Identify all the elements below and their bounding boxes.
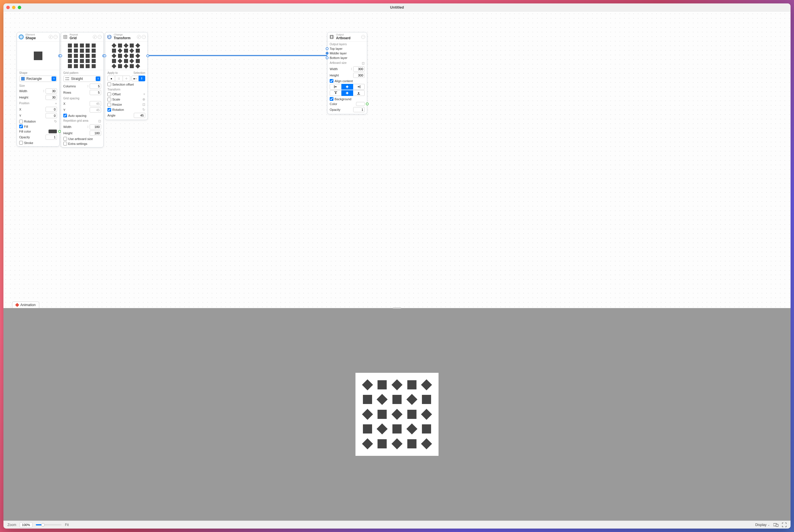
area-height-input[interactable] [90,131,101,136]
apply-icon[interactable]: ✓ [93,35,97,39]
x-input[interactable] [45,107,57,112]
auto-spacing-checkbox[interactable] [63,114,67,117]
align-right-button[interactable] [353,84,365,90]
transform-rotation-checkbox[interactable] [108,108,111,112]
height-label: Height [19,96,44,99]
align-bottom-button[interactable] [353,90,365,96]
zoom-input[interactable] [20,522,32,527]
offset-checkbox[interactable] [108,93,111,96]
target-icon[interactable]: ⊕ [143,97,145,101]
rows-input[interactable] [90,90,101,95]
link-icon[interactable]: ⁝ [87,125,89,129]
resize-checkbox[interactable] [108,103,111,107]
fill-label: Fill [24,125,57,128]
rotate-icon[interactable]: ↻ [143,108,145,112]
svg-rect-21 [334,85,335,88]
add-icon[interactable]: + [143,92,145,96]
more-icon[interactable]: ⋯ [98,35,102,39]
selection-mode-button[interactable]: ●○ [131,76,139,81]
link-transform-artboard [147,55,329,56]
middle-layer-port[interactable] [326,52,328,55]
bottom-layer-link[interactable]: Bottom layer [330,56,365,60]
expand-icon[interactable]: ⊡ [143,102,145,107]
link-icon[interactable]: ⁝ [43,89,44,93]
scale-label: Scale [112,98,141,101]
y-input[interactable] [45,113,57,118]
minimize-window-button[interactable] [12,6,16,9]
artboard-width-input[interactable] [353,66,365,72]
x-label: X [19,108,44,111]
more-icon[interactable]: ⋯ [54,35,58,39]
bg-color-swatch[interactable] [356,102,365,106]
apply-icon[interactable]: ✓ [137,35,141,39]
columns-label: Columns [63,84,86,88]
zoom-slider[interactable] [36,524,61,526]
slider-thumb[interactable] [41,523,45,527]
background-checkbox[interactable] [330,97,334,101]
more-icon[interactable]: ⋯ [142,35,146,39]
link-icon[interactable]: ⁝ [351,67,352,71]
node-shape[interactable]: Element Shape ✓ ⋯ Shape Rectangle ▴▾ Siz… [17,32,60,147]
bottom-layer-port[interactable] [326,56,328,59]
fill-checkbox[interactable] [19,125,23,128]
node-artboard[interactable]: Output Artboard ⋯ Output layers Top laye… [327,32,367,114]
artboard-height-input[interactable] [353,73,365,78]
input-port[interactable] [103,54,106,57]
input-port[interactable] [59,54,62,57]
rotation-checkbox[interactable] [19,120,23,124]
middle-layer-link[interactable]: Middle layer [330,52,365,55]
offset-label: Offset [112,93,142,96]
height-input[interactable] [45,95,57,100]
width-input[interactable] [45,89,57,94]
app-window: Untitled Element Shape ✓ ⋯ [3,3,791,529]
maximize-window-button[interactable] [18,6,21,9]
area-height-label: Height [63,131,89,135]
stroke-checkbox[interactable] [19,141,23,145]
node-grid[interactable]: Repeat Grid ✓ ⋯ Grid patt [61,32,104,148]
scale-checkbox[interactable] [108,98,111,101]
animation-tab[interactable]: Animation [12,302,39,308]
fill-color-swatch[interactable] [49,129,57,133]
resize-grip[interactable] [393,307,401,309]
expand-icon[interactable]: ⊡ [98,119,101,123]
align-top-button[interactable] [330,90,341,96]
align-left-button[interactable] [330,84,341,90]
bg-opacity-input[interactable] [353,107,365,112]
grid-x-label: X [63,102,89,106]
expand-icon[interactable]: ⊡ [362,61,365,65]
link-icon[interactable]: ⁝ [87,84,89,88]
align-center-button[interactable] [341,84,353,90]
selection-chev-button[interactable]: ▴▾ [139,76,146,81]
output-port[interactable] [146,54,149,57]
node-transform[interactable]: Change Transform ✓ ⋯ [105,32,148,120]
apply-single-button[interactable]: ● [108,76,115,81]
apply-group-button[interactable]: ∷ [115,76,122,81]
node-canvas[interactable]: Element Shape ✓ ⋯ Shape Rectangle ▴▾ Siz… [3,12,791,308]
add-icon[interactable]: + [55,102,57,106]
use-artboard-checkbox[interactable] [63,137,67,140]
top-layer-link[interactable]: Top layer [330,47,365,51]
shape-select[interactable]: Rectangle ▴▾ [19,76,57,82]
extra-settings-checkbox[interactable] [63,142,67,146]
bg-color-port[interactable] [366,102,368,106]
opacity-input[interactable] [45,135,57,140]
output-canvas[interactable] [3,308,791,520]
display-dropdown[interactable]: Display ⌄ [755,523,770,527]
section-position: Position [19,102,30,106]
top-layer-port[interactable] [326,47,328,50]
fullscreen-icon[interactable] [782,522,787,527]
screens-icon[interactable] [773,523,778,527]
pattern-select[interactable]: Straight ▴▾ [63,76,101,82]
more-icon[interactable]: ⋯ [361,35,365,39]
fit-button[interactable]: Fit [65,523,69,527]
apply-random-button[interactable]: ⁘ [123,76,130,81]
align-content-checkbox[interactable] [330,79,334,83]
columns-input[interactable] [90,83,101,89]
area-width-input[interactable] [90,124,101,129]
close-window-button[interactable] [6,6,10,9]
align-middle-button[interactable] [341,90,353,96]
apply-icon[interactable]: ✓ [49,35,53,39]
angle-input[interactable] [134,113,145,118]
expand-icon[interactable]: ↻ [54,119,57,124]
selection-offset-checkbox[interactable] [108,82,111,86]
